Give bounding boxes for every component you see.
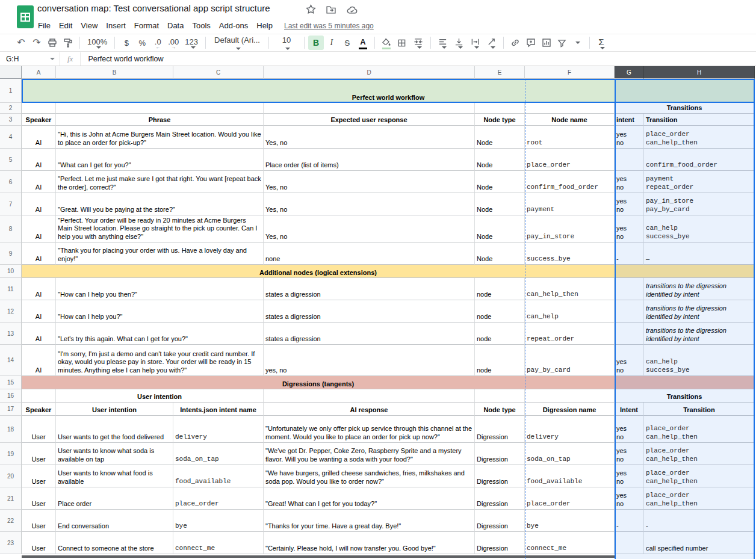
cell-D8[interactable]: Yes, no (264, 215, 475, 242)
cell-H4[interactable]: place_order can_help_then (644, 126, 755, 149)
menu-edit[interactable]: Edit (55, 20, 76, 31)
document-title[interactable]: conversation map: Test conversational ap… (37, 3, 270, 13)
menu-data[interactable]: Data (163, 20, 188, 31)
cell-E9[interactable]: Node (475, 242, 525, 265)
cell-H7[interactable]: pay_in_store pay_by_card (644, 193, 755, 215)
paint-format-button[interactable] (60, 36, 76, 50)
cell-F8[interactable]: pay_in_store (525, 215, 615, 242)
cell-F11[interactable]: can_help_then (525, 278, 615, 300)
cell-F18[interactable]: delivery (525, 416, 615, 443)
cell-D16[interactable] (264, 389, 475, 403)
sheets-logo[interactable] (17, 5, 34, 28)
cell-E14[interactable]: node (475, 345, 525, 376)
text-rotation-button[interactable] (483, 36, 500, 50)
cell-D23[interactable]: "Certainly. Please hold, I will now tran… (264, 532, 475, 554)
cell-A8[interactable]: AI (22, 215, 56, 242)
cell-E13[interactable]: node (475, 323, 525, 345)
cell-A22[interactable]: User (22, 510, 56, 532)
row-header-21[interactable]: 21 (0, 487, 22, 510)
cell-B18[interactable]: User wants to get the food delivered (56, 416, 173, 443)
formula-input[interactable]: Perfect world workflow (81, 55, 756, 63)
cell-E6[interactable]: Node (475, 171, 525, 193)
cell-D3[interactable]: Expected user response (264, 114, 475, 126)
menu-file[interactable]: File (34, 20, 55, 31)
cell-D9[interactable]: none (264, 242, 475, 265)
cell-G22[interactable]: - (615, 510, 644, 532)
increase-decimal-button[interactable]: .00→ (166, 36, 181, 50)
cell-G6[interactable]: yes no (615, 171, 644, 193)
cell-A13[interactable]: AI (22, 323, 56, 345)
cell-G20[interactable]: yes no (615, 465, 644, 487)
cell-E20[interactable]: Digression (475, 465, 525, 487)
cell-A19[interactable]: User (22, 443, 56, 465)
cell-G12[interactable] (615, 300, 644, 323)
cell-A7[interactable]: AI (22, 193, 56, 215)
row-header-23[interactable]: 23 (0, 532, 22, 554)
cell-F19[interactable]: soda_on_tap (525, 443, 615, 465)
cell-E19[interactable]: Digression (475, 443, 525, 465)
cell-G18[interactable]: yes no (615, 416, 644, 443)
cell-E22[interactable]: Digression (475, 510, 525, 532)
banner-row-1[interactable]: Perfect world workflow (22, 79, 755, 103)
decrease-decimal-button[interactable]: .0← (150, 36, 166, 50)
print-button[interactable] (45, 36, 60, 50)
cell-E2[interactable] (475, 103, 525, 114)
cell-D21[interactable]: "Great! What can I get for you today?" (264, 487, 475, 510)
cell-B3[interactable]: Phrase (56, 114, 264, 126)
cell-B6[interactable]: "Perfect. Let me just make sure I got th… (56, 171, 264, 193)
cell-A23[interactable]: User (22, 532, 56, 554)
cell-B22[interactable]: End conversation (56, 510, 173, 532)
row-header-22[interactable]: 22 (0, 510, 22, 532)
row-header-5[interactable]: 5 (0, 149, 22, 171)
banner-row-15[interactable]: Digressions (tangents) (22, 376, 755, 389)
column-header-A[interactable]: A (22, 66, 56, 79)
column-header-E[interactable]: E (475, 66, 525, 79)
row-header-20[interactable]: 20 (0, 465, 22, 487)
menu-addons[interactable]: Add-ons (215, 20, 252, 31)
cell-A21[interactable]: User (22, 487, 56, 510)
row-header-16[interactable]: 16 (0, 389, 22, 403)
cell-F13[interactable]: repeat_order (525, 323, 615, 345)
cell-B11[interactable]: "How can I help you then?" (56, 278, 264, 300)
cell-F3[interactable]: Node name (525, 114, 615, 126)
cell-F23[interactable]: connect_me (525, 532, 615, 554)
cell-A2[interactable] (22, 103, 56, 114)
menu-tools[interactable]: Tools (188, 20, 214, 31)
vertical-align-button[interactable] (451, 36, 467, 50)
row-header-2[interactable]: 2 (0, 103, 22, 114)
cell-G23[interactable] (615, 532, 644, 554)
cell-H21[interactable]: place_order can_help_then (644, 487, 755, 510)
cell-G13[interactable] (615, 323, 644, 345)
horizontal-align-button[interactable] (435, 36, 451, 50)
cell-H6[interactable]: payment repeat_order (644, 171, 755, 193)
cell-D11[interactable]: states a digression (264, 278, 475, 300)
cell-B4[interactable]: "Hi, this is John at Acme Burgers Main S… (56, 126, 264, 149)
cell-A17[interactable]: Speaker (22, 403, 56, 416)
menu-format[interactable]: Format (130, 20, 163, 31)
row-header-17[interactable]: 17 (0, 403, 22, 416)
row-header-6[interactable]: 6 (0, 171, 22, 193)
cell-G7[interactable]: yes no (615, 193, 644, 215)
cell-E7[interactable]: Node (475, 193, 525, 215)
cell-G21[interactable]: yes no (615, 487, 644, 510)
row-header-8[interactable]: 8 (0, 215, 22, 242)
row-header-9[interactable]: 9 (0, 242, 22, 265)
cell-B2[interactable] (56, 103, 264, 114)
filter-views-button[interactable] (570, 36, 586, 50)
cell-B23[interactable]: Connect to someone at the store (56, 532, 173, 554)
cell-G16[interactable]: Transitions (615, 389, 755, 403)
text-color-button[interactable]: A (355, 36, 371, 50)
cell-G17[interactable]: Intent (615, 403, 644, 416)
format-currency-button[interactable]: $ (119, 36, 134, 50)
italic-button[interactable]: I (324, 36, 339, 50)
cell-G9[interactable]: - (615, 242, 644, 265)
row-header-10[interactable]: 10 (0, 265, 22, 278)
cell-B8[interactable]: "Perfect. Your order will be ready in 20… (56, 215, 264, 242)
cell-D22[interactable]: "Thanks for your time. Have a great day.… (264, 510, 475, 532)
cloud-saved-icon[interactable] (346, 5, 358, 14)
cell-D17[interactable]: AI response (264, 403, 475, 416)
cell-A20[interactable]: User (22, 465, 56, 487)
row-header-3[interactable]: 3 (0, 114, 22, 126)
cell-B13[interactable]: "Let's try this again. What can I get fo… (56, 323, 264, 345)
cell-D19[interactable]: "We've got Dr. Pepper, Coke Zero, Raspbe… (264, 443, 475, 465)
